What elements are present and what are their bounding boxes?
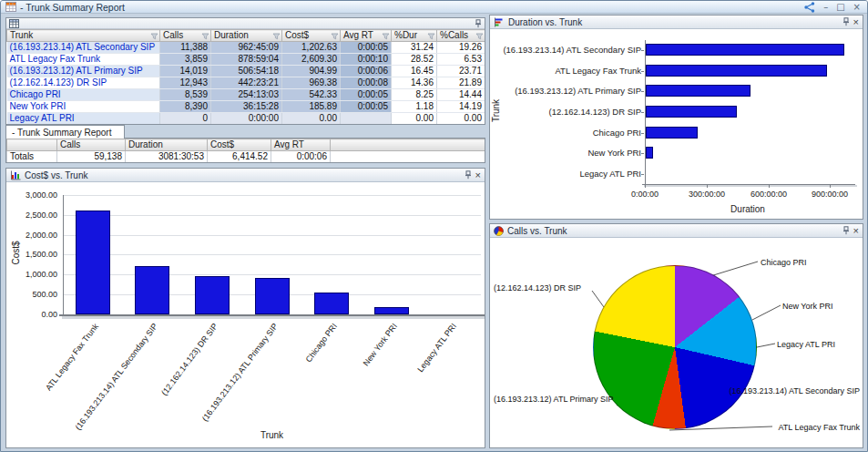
duration-bar bbox=[646, 65, 827, 77]
filter-icon[interactable] bbox=[331, 32, 339, 42]
totals-header-duration: Duration bbox=[126, 139, 208, 151]
column-header-avg-rt[interactable]: Avg RT bbox=[341, 30, 392, 42]
maximize-button[interactable]: □ bbox=[836, 3, 844, 12]
filter-icon[interactable] bbox=[475, 32, 484, 42]
cell-avg-rt: 0:00:06 bbox=[341, 66, 392, 77]
column-header-trunk[interactable]: Trunk bbox=[7, 30, 160, 42]
totals-header-row: Calls Duration Cost$ Avg RT bbox=[7, 139, 485, 151]
totals-header-calls: Calls bbox=[57, 139, 126, 151]
y-axis-tick-label: 1,500.00 bbox=[26, 250, 57, 259]
filter-icon[interactable] bbox=[427, 32, 435, 42]
axis-tick bbox=[707, 185, 708, 188]
cell-trunk: (16.193.213.12) ATL Primary SIP bbox=[7, 66, 160, 77]
table-row[interactable]: Legacy ATL PRI00:00:000.000.000.00 bbox=[7, 113, 485, 125]
column-header-cost[interactable]: Cost$ bbox=[282, 30, 341, 42]
axis-tick bbox=[641, 153, 644, 154]
axis-tick bbox=[641, 50, 644, 51]
y-axis-tick-label: 1,000.00 bbox=[26, 270, 57, 279]
cell-trunk: Chicago PRI bbox=[7, 89, 160, 101]
column-header-duration[interactable]: Duration bbox=[211, 30, 282, 42]
cell-pct-calls: 0.00 bbox=[437, 113, 485, 125]
y-axis-tick-label: 500.00 bbox=[32, 290, 57, 299]
pie-chart-icon bbox=[494, 226, 504, 236]
cell-avg-rt: 0:00:05 bbox=[341, 89, 392, 101]
cell-cost: 2,609.30 bbox=[282, 54, 341, 66]
duration-bar bbox=[646, 44, 844, 56]
totals-header-avg-rt: Avg RT bbox=[271, 139, 331, 151]
pin-icon[interactable] bbox=[842, 17, 850, 26]
cell-cost: 0.00 bbox=[282, 113, 341, 125]
filter-icon[interactable] bbox=[150, 32, 158, 42]
column-header-pct-calls[interactable]: %Calls bbox=[437, 30, 485, 42]
cell-pct-dur: 28.52 bbox=[392, 54, 437, 66]
calls-chart: Chicago PRI New York PRI Legacy ATL PRI … bbox=[490, 238, 863, 447]
title-bar[interactable]: - Trunk Summary Report – □ × bbox=[1, 1, 867, 14]
column-header-calls[interactable]: Calls bbox=[160, 30, 211, 42]
grid-icon[interactable] bbox=[9, 19, 19, 28]
close-button[interactable]: × bbox=[853, 3, 861, 12]
cell-duration: 254:13:03 bbox=[211, 89, 282, 101]
totals-label: Totals bbox=[7, 151, 57, 163]
close-panel-icon[interactable]: × bbox=[475, 170, 481, 180]
cell-duration: 0:00:00 bbox=[211, 113, 282, 125]
y-axis-line bbox=[63, 195, 64, 315]
pie-label-dr-sip: (12.162.14.123) DR SIP bbox=[494, 283, 581, 293]
trunk-summary-panel: Trunk Calls Duration Cost$ Avg RT %Dur %… bbox=[5, 17, 485, 125]
totals-filler bbox=[331, 151, 485, 163]
table-row[interactable]: (12.162.14.123) DR SIP12,943442:23:21969… bbox=[7, 77, 485, 89]
pin-icon[interactable] bbox=[475, 19, 482, 28]
gridline bbox=[64, 274, 481, 275]
cell-pct-calls: 6.53 bbox=[437, 54, 485, 66]
y-axis-tick-label: 0.00 bbox=[41, 310, 57, 319]
pie-label-atl-secondary-sip: (16.193.213.14) ATL Secondary SIP bbox=[729, 386, 860, 396]
table-row[interactable]: New York PRI8,39036:15:28185.890:00:051.… bbox=[7, 101, 485, 113]
gridline bbox=[64, 195, 481, 196]
category-label: New York PRI bbox=[587, 148, 641, 158]
cell-pct-dur: 14.36 bbox=[392, 77, 437, 89]
filter-icon[interactable] bbox=[201, 32, 209, 42]
cell-pct-calls: 23.71 bbox=[437, 66, 485, 77]
cell-cost: 1,202.63 bbox=[282, 42, 341, 54]
totals-header-cost: Cost$ bbox=[208, 139, 271, 151]
pie-label-atl-primary-sip: (16.193.213.12) ATL Primary SIP bbox=[494, 395, 614, 404]
share-icon[interactable] bbox=[803, 2, 815, 13]
cell-pct-dur: 0.00 bbox=[392, 113, 437, 125]
gridline bbox=[64, 235, 481, 236]
table-row[interactable]: ATL Legacy Fax Trunk3,859878:59:042,609.… bbox=[7, 54, 485, 66]
pie-label-legacy-atl-pri: Legacy ATL PRI bbox=[777, 340, 835, 349]
duration-bar bbox=[646, 85, 751, 97]
pin-icon[interactable] bbox=[842, 226, 850, 235]
filter-icon[interactable] bbox=[272, 32, 281, 42]
tab-trunk-summary-report[interactable]: - Trunk Summary Report bbox=[5, 125, 125, 139]
hbar-chart-icon bbox=[494, 17, 505, 27]
close-panel-icon[interactable]: × bbox=[853, 226, 859, 235]
cost-chart-title: Cost$ vs. Trunk bbox=[25, 170, 87, 180]
cell-cost: 185.89 bbox=[282, 101, 341, 113]
axis-tick bbox=[641, 174, 644, 175]
axis-tick bbox=[830, 185, 831, 188]
totals-header-blank bbox=[7, 139, 57, 151]
axis-tick bbox=[769, 185, 770, 188]
x-axis-tick-label: 0:00:00 bbox=[619, 190, 670, 199]
totals-header-filler bbox=[331, 139, 485, 151]
cell-calls: 8,390 bbox=[160, 101, 211, 113]
minimize-button[interactable]: – bbox=[823, 3, 828, 12]
table-row[interactable]: (16.193.213.12) ATL Primary SIP14,019506… bbox=[7, 66, 485, 77]
axis-shadow bbox=[644, 185, 857, 187]
filter-icon[interactable] bbox=[382, 32, 390, 42]
close-panel-icon[interactable]: × bbox=[853, 17, 859, 26]
totals-row[interactable]: Totals 59,138 3081:30:53 6,414.52 0:00:0… bbox=[7, 151, 485, 163]
cell-trunk: Legacy ATL PRI bbox=[7, 113, 160, 125]
table-row[interactable]: Chicago PRI8,539254:13:03542.330:00:058.… bbox=[7, 89, 485, 101]
column-header-pct-dur[interactable]: %Dur bbox=[392, 30, 437, 42]
app-icon bbox=[5, 2, 16, 12]
cell-avg-rt: 0:00:08 bbox=[341, 77, 392, 89]
cost-y-axis-title: Cost$ bbox=[11, 239, 21, 268]
bar-chart-icon bbox=[10, 170, 21, 180]
cell-calls: 11,388 bbox=[160, 42, 211, 54]
cell-trunk: ATL Legacy Fax Trunk bbox=[7, 54, 160, 66]
totals-cost: 6,414.52 bbox=[208, 151, 271, 163]
y-axis-tick-label: 2,500.00 bbox=[26, 211, 57, 220]
table-row[interactable]: (16.193.213.14) ATL Secondary SIP11,3889… bbox=[7, 42, 485, 54]
pin-icon[interactable] bbox=[465, 170, 472, 180]
